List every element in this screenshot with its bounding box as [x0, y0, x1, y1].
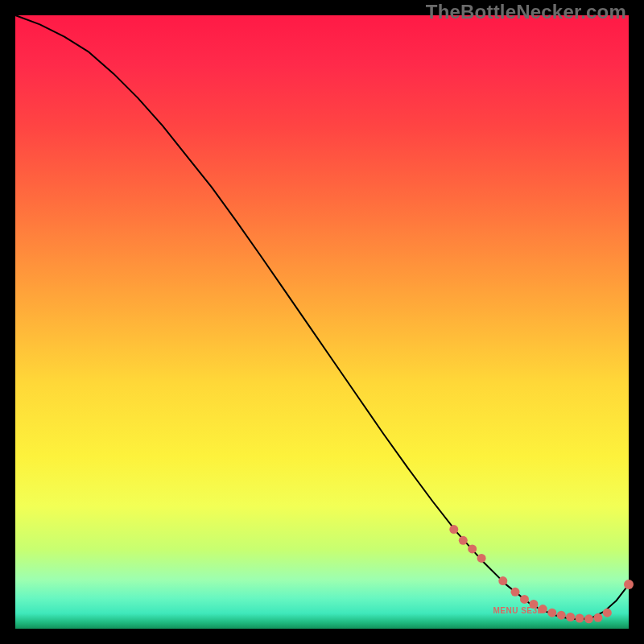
chart-annotation: MENU SE3B	[493, 606, 543, 615]
data-point	[593, 613, 602, 622]
data-point	[459, 536, 468, 545]
data-point	[557, 611, 566, 620]
data-point	[468, 544, 477, 553]
data-point	[603, 609, 612, 617]
data-point	[576, 614, 584, 623]
data-point	[584, 614, 593, 623]
data-point	[449, 525, 458, 534]
data-point	[547, 609, 556, 617]
chart-overlay: MENU SE3B	[15, 15, 629, 629]
data-point	[566, 613, 575, 621]
data-point	[498, 576, 507, 585]
bottleneck-curve	[15, 15, 629, 620]
data-point	[624, 580, 634, 589]
data-point	[511, 588, 520, 597]
data-point	[520, 595, 529, 604]
chart-stage: TheBottleNecker.com MENU SE3B	[0, 0, 644, 644]
data-point	[477, 554, 486, 563]
